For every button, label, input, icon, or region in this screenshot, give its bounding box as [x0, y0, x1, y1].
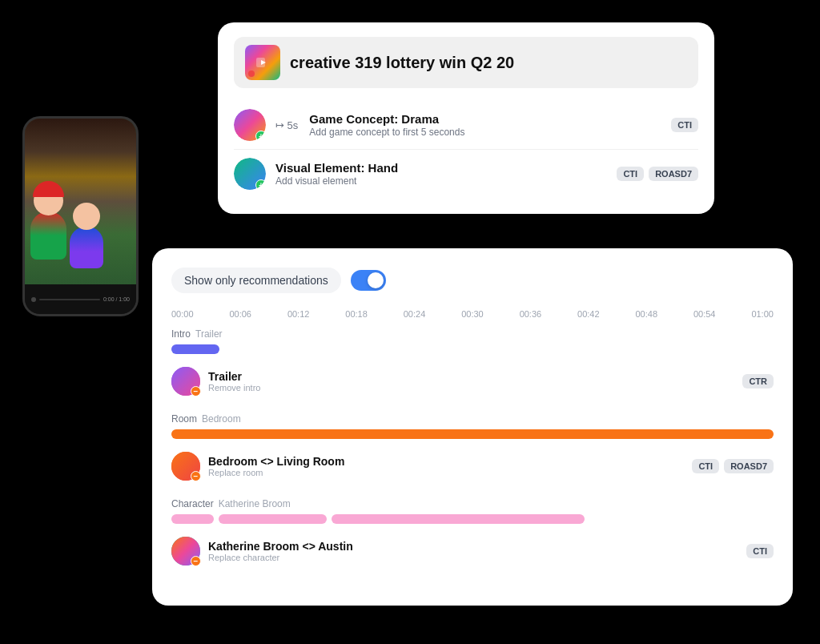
rec-info-visual-element: Visual Element: Hand Add visual element [275, 161, 607, 187]
rec-item-sub-room: Replace room [208, 468, 684, 477]
badge-roasd7-room: ROASD7 [724, 459, 774, 473]
ruler-tick-4: 00:24 [404, 309, 426, 319]
section-label-main-character: Character [171, 498, 214, 509]
ruler-tick-1: 00:06 [229, 309, 251, 319]
badge-cti-character: CTI [746, 544, 774, 558]
rec-item-info-intro: Trailer Remove intro [208, 370, 734, 392]
rec-item-title-character: Katherine Broom <> Austin [208, 540, 738, 553]
ruler-tick-3: 00:18 [345, 309, 368, 319]
toggle-switch[interactable] [351, 270, 386, 291]
rec-item-room: − Bedroom <> Living Room Replace room CT… [171, 445, 774, 487]
rec-avatar-game-concept: + [234, 109, 266, 141]
rec-item-info-room: Bedroom <> Living Room Replace room [208, 455, 684, 477]
ruler-tick-5: 00:30 [461, 309, 484, 319]
section-label-character: Character Katherine Broom [171, 498, 774, 509]
section-character: Character Katherine Broom − Katherine Br… [171, 498, 774, 572]
ruler-tick-6: 00:36 [520, 309, 542, 319]
track-bar-char-1 [171, 514, 214, 524]
rec-item-avatar-room: − [171, 452, 200, 481]
phone-progress-line [39, 299, 100, 300]
bottom-card: Show only recommendations 00:00 00:06 00… [152, 248, 793, 606]
rec-arrow-game-concept: ↦ 5s [275, 119, 298, 131]
phone-playback-bar: 0:00 / 1:00 [25, 284, 136, 314]
rec-item-intro: − Trailer Remove intro CTR [171, 360, 774, 402]
rec-item-badges-room: CTI ROASD7 [692, 459, 774, 473]
rec-info-game-concept: Game Concept: Drama Add game concept to … [309, 112, 661, 138]
rec-item-badges-character: CTI [746, 544, 774, 558]
recommendation-row-game-concept: + ↦ 5s Game Concept: Drama Add game conc… [234, 101, 698, 150]
toggle-label: Show only recommendations [171, 268, 341, 293]
top-card-header: creative 319 lottery win Q2 20 [234, 37, 698, 88]
ruler-tick-10: 01:00 [751, 309, 774, 319]
ruler-tick-8: 00:48 [636, 309, 658, 319]
phone-mockup: 0:00 / 1:00 [22, 116, 139, 316]
ruler-tick-2: 00:12 [287, 309, 310, 319]
rec-item-character: − Katherine Broom <> Austin Replace char… [171, 530, 774, 572]
rec-badges-game-concept: CTI [671, 118, 698, 132]
rec-item-avatar-intro: − [171, 367, 200, 396]
top-recommendation-card: creative 319 lottery win Q2 20 + ↦ 5s Ga… [218, 22, 714, 214]
rec-item-title-room: Bedroom <> Living Room [208, 455, 684, 468]
toggle-knob [368, 272, 384, 288]
rec-item-title-intro: Trailer [208, 370, 734, 383]
track-room [171, 429, 774, 439]
track-character [171, 514, 774, 524]
rec-avatar-plus-visual-icon: + [255, 179, 266, 190]
section-room: Room Bedroom − Bedroom <> Living Room Re… [171, 413, 774, 487]
timeline-ruler: 00:00 00:06 00:12 00:18 00:24 00:30 00:3… [171, 309, 774, 325]
section-label-main-intro: Intro [171, 328, 191, 340]
badge-cti-room: CTI [692, 459, 719, 473]
ruler-tick-0: 00:00 [171, 309, 194, 319]
ruler-tick-9: 00:54 [693, 309, 716, 319]
track-bar-char-3 [332, 514, 585, 524]
section-label-sub-character: Katherine Broom [219, 498, 291, 509]
section-intro: Intro Trailer − Trailer Remove intro CTR [171, 328, 774, 402]
rec-avatar-plus-icon: + [255, 131, 266, 141]
track-bar-room [171, 429, 774, 439]
ruler-tick-7: 00:42 [577, 309, 600, 319]
badge-cti-visual: CTI [617, 167, 644, 181]
rec-item-info-character: Katherine Broom <> Austin Replace charac… [208, 540, 738, 562]
rec-minus-icon-character: − [191, 556, 201, 566]
rec-minus-icon-room: − [191, 471, 201, 481]
rec-subtitle-visual-element: Add visual element [275, 175, 607, 187]
section-label-intro: Intro Trailer [171, 328, 774, 340]
video-title: creative 319 lottery win Q2 20 [290, 54, 514, 72]
phone-background [25, 119, 136, 284]
track-intro [171, 344, 774, 354]
rec-item-badges-intro: CTR [742, 374, 774, 388]
rec-minus-icon-intro: − [191, 386, 201, 396]
rec-item-sub-intro: Remove intro [208, 383, 734, 392]
phone-play-icon [31, 297, 36, 302]
phone-screen: 0:00 / 1:00 [25, 119, 136, 314]
rec-avatar-visual-element: + [234, 158, 266, 190]
video-thumbnail [245, 45, 280, 80]
section-label-sub-room: Bedroom [202, 413, 241, 425]
rec-title-visual-element: Visual Element: Hand [275, 161, 607, 175]
rec-title-game-concept: Game Concept: Drama [309, 112, 661, 126]
toggle-row: Show only recommendations [171, 268, 774, 293]
recommendation-row-visual-element: + Visual Element: Hand Add visual elemen… [234, 150, 698, 198]
track-bar-char-2 [219, 514, 327, 524]
rec-badges-visual-element: CTI ROASD7 [617, 167, 698, 181]
badge-ctr-intro: CTR [742, 374, 774, 388]
rec-item-sub-character: Replace character [208, 553, 738, 562]
track-bar-intro [171, 344, 219, 354]
rec-subtitle-game-concept: Add game concept to first 5 seconds [309, 127, 661, 138]
section-label-sub-intro: Trailer [195, 328, 223, 340]
section-label-room: Room Bedroom [171, 413, 774, 425]
badge-cti-game: CTI [671, 118, 698, 132]
rec-item-avatar-character: − [171, 537, 200, 566]
section-label-main-room: Room [171, 413, 197, 425]
badge-roasd7-visual: ROASD7 [649, 167, 698, 181]
